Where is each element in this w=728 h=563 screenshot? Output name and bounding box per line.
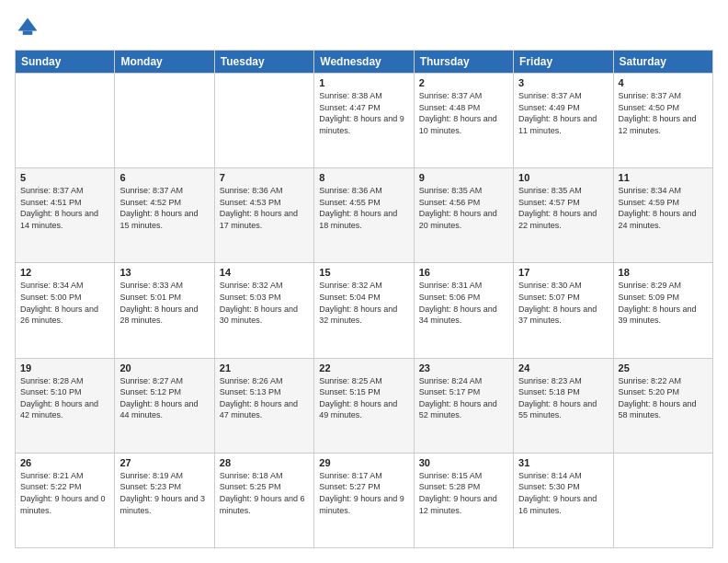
week-row-5: 26Sunrise: 8:21 AM Sunset: 5:22 PM Dayli… xyxy=(16,453,713,547)
day-number: 13 xyxy=(119,267,209,278)
day-cell: 7Sunrise: 8:36 AM Sunset: 4:53 PM Daylig… xyxy=(214,168,313,263)
day-number: 8 xyxy=(319,172,408,183)
day-number: 14 xyxy=(220,267,309,278)
day-number: 17 xyxy=(518,267,608,278)
week-row-2: 5Sunrise: 8:37 AM Sunset: 4:51 PM Daylig… xyxy=(16,168,713,263)
day-cell: 29Sunrise: 8:17 AM Sunset: 5:27 PM Dayli… xyxy=(314,453,414,547)
svg-marker-0 xyxy=(18,18,38,31)
day-number: 21 xyxy=(220,362,309,373)
day-info: Sunrise: 8:21 AM Sunset: 5:22 PM Dayligh… xyxy=(20,470,109,516)
day-cell: 9Sunrise: 8:35 AM Sunset: 4:56 PM Daylig… xyxy=(414,168,513,263)
day-cell: 3Sunrise: 8:37 AM Sunset: 4:49 PM Daylig… xyxy=(514,74,613,168)
day-info: Sunrise: 8:37 AM Sunset: 4:48 PM Dayligh… xyxy=(419,90,508,136)
day-number: 7 xyxy=(220,172,309,183)
day-info: Sunrise: 8:35 AM Sunset: 4:56 PM Dayligh… xyxy=(419,185,508,231)
day-info: Sunrise: 8:32 AM Sunset: 5:04 PM Dayligh… xyxy=(319,280,408,326)
weekday-header-monday: Monday xyxy=(115,51,214,74)
day-cell: 21Sunrise: 8:26 AM Sunset: 5:13 PM Dayli… xyxy=(214,358,313,453)
calendar: SundayMondayTuesdayWednesdayThursdayFrid… xyxy=(15,50,713,548)
day-cell xyxy=(115,74,214,168)
day-number: 22 xyxy=(319,362,408,373)
week-row-4: 19Sunrise: 8:28 AM Sunset: 5:10 PM Dayli… xyxy=(16,358,713,453)
day-number: 29 xyxy=(319,457,408,468)
day-info: Sunrise: 8:22 AM Sunset: 5:20 PM Dayligh… xyxy=(619,375,708,421)
day-number: 16 xyxy=(419,267,508,278)
day-info: Sunrise: 8:29 AM Sunset: 5:09 PM Dayligh… xyxy=(619,280,708,326)
day-number: 10 xyxy=(518,172,608,183)
day-number: 26 xyxy=(20,457,109,468)
day-number: 25 xyxy=(619,362,708,373)
logo xyxy=(15,15,44,40)
day-number: 19 xyxy=(20,362,109,373)
day-cell: 23Sunrise: 8:24 AM Sunset: 5:17 PM Dayli… xyxy=(414,358,513,453)
day-info: Sunrise: 8:19 AM Sunset: 5:23 PM Dayligh… xyxy=(119,470,209,516)
day-cell: 1Sunrise: 8:38 AM Sunset: 4:47 PM Daylig… xyxy=(314,74,414,168)
weekday-header-saturday: Saturday xyxy=(613,51,712,74)
day-cell: 25Sunrise: 8:22 AM Sunset: 5:20 PM Dayli… xyxy=(613,358,712,453)
day-cell xyxy=(613,453,712,547)
week-row-3: 12Sunrise: 8:34 AM Sunset: 5:00 PM Dayli… xyxy=(16,263,713,358)
day-info: Sunrise: 8:34 AM Sunset: 4:59 PM Dayligh… xyxy=(619,185,708,231)
day-info: Sunrise: 8:24 AM Sunset: 5:17 PM Dayligh… xyxy=(419,375,508,421)
day-number: 24 xyxy=(518,362,608,373)
day-cell: 20Sunrise: 8:27 AM Sunset: 5:12 PM Dayli… xyxy=(115,358,214,453)
page: SundayMondayTuesdayWednesdayThursdayFrid… xyxy=(0,0,728,563)
day-info: Sunrise: 8:36 AM Sunset: 4:53 PM Dayligh… xyxy=(220,185,309,231)
week-row-1: 1Sunrise: 8:38 AM Sunset: 4:47 PM Daylig… xyxy=(16,74,713,168)
day-info: Sunrise: 8:33 AM Sunset: 5:01 PM Dayligh… xyxy=(119,280,209,326)
header xyxy=(15,15,713,40)
day-cell: 13Sunrise: 8:33 AM Sunset: 5:01 PM Dayli… xyxy=(115,263,214,358)
day-cell: 16Sunrise: 8:31 AM Sunset: 5:06 PM Dayli… xyxy=(414,263,513,358)
day-cell: 28Sunrise: 8:18 AM Sunset: 5:25 PM Dayli… xyxy=(214,453,313,547)
day-info: Sunrise: 8:36 AM Sunset: 4:55 PM Dayligh… xyxy=(319,185,408,231)
day-number: 9 xyxy=(419,172,508,183)
weekday-header-friday: Friday xyxy=(514,51,613,74)
day-info: Sunrise: 8:37 AM Sunset: 4:50 PM Dayligh… xyxy=(619,90,708,136)
day-info: Sunrise: 8:26 AM Sunset: 5:13 PM Dayligh… xyxy=(220,375,309,421)
weekday-header-row: SundayMondayTuesdayWednesdayThursdayFrid… xyxy=(16,51,713,74)
day-info: Sunrise: 8:37 AM Sunset: 4:49 PM Dayligh… xyxy=(518,90,608,136)
day-cell: 22Sunrise: 8:25 AM Sunset: 5:15 PM Dayli… xyxy=(314,358,414,453)
day-number: 30 xyxy=(419,457,508,468)
day-number: 20 xyxy=(119,362,209,373)
day-cell: 4Sunrise: 8:37 AM Sunset: 4:50 PM Daylig… xyxy=(613,74,712,168)
day-cell: 17Sunrise: 8:30 AM Sunset: 5:07 PM Dayli… xyxy=(514,263,613,358)
day-info: Sunrise: 8:34 AM Sunset: 5:00 PM Dayligh… xyxy=(20,280,109,326)
day-number: 12 xyxy=(20,267,109,278)
day-cell xyxy=(214,74,313,168)
day-cell: 24Sunrise: 8:23 AM Sunset: 5:18 PM Dayli… xyxy=(514,358,613,453)
day-cell: 18Sunrise: 8:29 AM Sunset: 5:09 PM Dayli… xyxy=(613,263,712,358)
day-number: 5 xyxy=(20,172,109,183)
logo-icon xyxy=(15,15,40,40)
day-number: 4 xyxy=(619,77,708,88)
day-info: Sunrise: 8:27 AM Sunset: 5:12 PM Dayligh… xyxy=(119,375,209,421)
day-cell: 31Sunrise: 8:14 AM Sunset: 5:30 PM Dayli… xyxy=(514,453,613,547)
day-cell: 27Sunrise: 8:19 AM Sunset: 5:23 PM Dayli… xyxy=(115,453,214,547)
day-cell: 19Sunrise: 8:28 AM Sunset: 5:10 PM Dayli… xyxy=(16,358,115,453)
day-cell: 5Sunrise: 8:37 AM Sunset: 4:51 PM Daylig… xyxy=(16,168,115,263)
day-number: 15 xyxy=(319,267,408,278)
day-cell: 30Sunrise: 8:15 AM Sunset: 5:28 PM Dayli… xyxy=(414,453,513,547)
weekday-header-thursday: Thursday xyxy=(414,51,513,74)
day-info: Sunrise: 8:35 AM Sunset: 4:57 PM Dayligh… xyxy=(518,185,608,231)
day-number: 27 xyxy=(119,457,209,468)
day-cell xyxy=(16,74,115,168)
weekday-header-sunday: Sunday xyxy=(16,51,115,74)
day-number: 11 xyxy=(619,172,708,183)
weekday-header-tuesday: Tuesday xyxy=(214,51,313,74)
day-info: Sunrise: 8:30 AM Sunset: 5:07 PM Dayligh… xyxy=(518,280,608,326)
day-info: Sunrise: 8:18 AM Sunset: 5:25 PM Dayligh… xyxy=(220,470,309,516)
weekday-header-wednesday: Wednesday xyxy=(314,51,414,74)
day-info: Sunrise: 8:37 AM Sunset: 4:51 PM Dayligh… xyxy=(20,185,109,231)
day-number: 3 xyxy=(518,77,608,88)
day-cell: 12Sunrise: 8:34 AM Sunset: 5:00 PM Dayli… xyxy=(16,263,115,358)
day-cell: 15Sunrise: 8:32 AM Sunset: 5:04 PM Dayli… xyxy=(314,263,414,358)
day-number: 1 xyxy=(319,77,408,88)
day-cell: 2Sunrise: 8:37 AM Sunset: 4:48 PM Daylig… xyxy=(414,74,513,168)
day-cell: 6Sunrise: 8:37 AM Sunset: 4:52 PM Daylig… xyxy=(115,168,214,263)
day-number: 18 xyxy=(619,267,708,278)
day-cell: 11Sunrise: 8:34 AM Sunset: 4:59 PM Dayli… xyxy=(613,168,712,263)
day-info: Sunrise: 8:38 AM Sunset: 4:47 PM Dayligh… xyxy=(319,90,408,136)
day-cell: 26Sunrise: 8:21 AM Sunset: 5:22 PM Dayli… xyxy=(16,453,115,547)
day-info: Sunrise: 8:25 AM Sunset: 5:15 PM Dayligh… xyxy=(319,375,408,421)
